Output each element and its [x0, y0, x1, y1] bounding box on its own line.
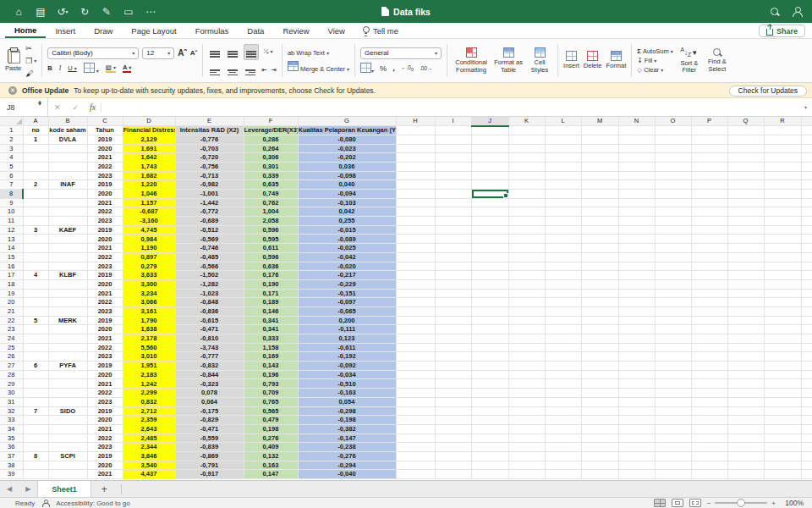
cancel-entry-icon[interactable]: ✕: [48, 103, 67, 112]
cell-J6[interactable]: [471, 171, 508, 180]
cell-O32[interactable]: [655, 406, 691, 416]
cell-N11[interactable]: [618, 217, 655, 226]
cell-Q36[interactable]: [727, 443, 764, 452]
cell-H32[interactable]: [396, 406, 435, 416]
cell-L16[interactable]: [545, 262, 581, 271]
tab-page-layout[interactable]: Page Layout: [122, 23, 185, 38]
cell-K15[interactable]: [508, 252, 545, 262]
cell-H9[interactable]: [396, 198, 435, 207]
cell-F39[interactable]: 0,147: [244, 470, 298, 479]
cell-G12[interactable]: -0,015: [298, 225, 396, 235]
cell-H4[interactable]: [396, 153, 435, 163]
cell-N23[interactable]: [618, 325, 655, 334]
cell-P24[interactable]: [691, 334, 727, 344]
cell-C26[interactable]: 2023: [87, 352, 123, 362]
cell-I37[interactable]: [435, 451, 471, 461]
cell-R16[interactable]: [764, 262, 801, 271]
cell-R15[interactable]: [764, 252, 801, 262]
cell-O19[interactable]: [655, 289, 691, 298]
cell-N2[interactable]: [618, 135, 655, 144]
cell-L5[interactable]: [545, 162, 581, 171]
cell-P14[interactable]: [691, 244, 727, 253]
cell-P5[interactable]: [691, 162, 727, 171]
cell-R5[interactable]: [764, 162, 801, 171]
orientation-button[interactable]: ⤯ ▾: [263, 47, 272, 56]
cell-A33[interactable]: [23, 416, 48, 425]
cell-A8[interactable]: [23, 190, 48, 199]
cell-P32[interactable]: [691, 406, 727, 416]
cell-L27[interactable]: [545, 362, 581, 371]
cell-F19[interactable]: 0,171: [244, 289, 298, 298]
cell-A27[interactable]: 6: [23, 362, 48, 371]
column-header-J[interactable]: J: [471, 117, 508, 126]
cell-M28[interactable]: [581, 370, 618, 379]
cell-O22[interactable]: [655, 316, 691, 325]
cell-G4[interactable]: -0,202: [298, 153, 396, 163]
column-header-E[interactable]: E: [175, 117, 244, 126]
cell-D21[interactable]: 3,161: [123, 306, 175, 316]
cell-M25[interactable]: [581, 343, 618, 352]
cell-L23[interactable]: [545, 325, 581, 334]
cell-P27[interactable]: [691, 362, 727, 371]
cell-B4[interactable]: [48, 153, 87, 163]
align-bottom-button[interactable]: [244, 44, 259, 60]
cell-P39[interactable]: [691, 470, 727, 479]
cell-C13[interactable]: 2020: [87, 235, 123, 244]
cell-F11[interactable]: 2,058: [244, 217, 298, 226]
new-document-icon[interactable]: ▭: [122, 5, 135, 19]
cell-O29[interactable]: [655, 379, 691, 389]
cell-L2[interactable]: [545, 135, 581, 144]
cell-J37[interactable]: [471, 451, 508, 461]
cell-N31[interactable]: [618, 397, 655, 406]
row-header-9[interactable]: 9: [0, 198, 23, 207]
cell-D31[interactable]: 0,832: [123, 397, 175, 406]
cell-L28[interactable]: [545, 370, 581, 379]
cell-H27[interactable]: [396, 362, 435, 371]
cell-G14[interactable]: -0,025: [298, 244, 396, 253]
cell-R39[interactable]: [764, 470, 801, 479]
row-header-37[interactable]: 37: [0, 451, 23, 461]
tab-review[interactable]: Review: [273, 23, 318, 38]
cell-N24[interactable]: [618, 334, 655, 344]
cell-P7[interactable]: [691, 180, 727, 190]
cell-B15[interactable]: [48, 252, 87, 262]
cell-E4[interactable]: -0,720: [175, 153, 244, 163]
cell-I24[interactable]: [435, 334, 471, 344]
cell-R12[interactable]: [764, 225, 801, 235]
cell-G36[interactable]: -0,238: [298, 443, 396, 452]
cell-G21[interactable]: -0,065: [298, 306, 396, 316]
cell-O37[interactable]: [655, 451, 691, 461]
italic-button[interactable]: I: [59, 64, 62, 72]
cell-N38[interactable]: [618, 461, 655, 470]
column-header-R[interactable]: R: [764, 117, 801, 126]
cell-L37[interactable]: [545, 451, 581, 461]
cell-C18[interactable]: 2020: [87, 279, 123, 289]
cell-E16[interactable]: -0,566: [175, 262, 244, 271]
cell-O10[interactable]: [655, 207, 691, 217]
row-header-20[interactable]: 20: [0, 298, 23, 307]
cell-O36[interactable]: [655, 443, 691, 452]
cell-J5[interactable]: [471, 162, 508, 171]
row-header-21[interactable]: 21: [0, 306, 23, 316]
cell-E34[interactable]: -0,471: [175, 424, 244, 433]
cell-H7[interactable]: [396, 180, 435, 190]
cell-P38[interactable]: [691, 461, 727, 470]
cell-L4[interactable]: [545, 153, 581, 163]
cell-L24[interactable]: [545, 334, 581, 344]
cell-C33[interactable]: 2020: [87, 416, 123, 425]
cell-A10[interactable]: [23, 207, 48, 217]
cell-I5[interactable]: [435, 162, 471, 171]
cell-L12[interactable]: [545, 225, 581, 235]
cell-Q10[interactable]: [727, 207, 764, 217]
cell-J16[interactable]: [471, 262, 508, 271]
cell-A30[interactable]: [23, 389, 48, 398]
cell-P21[interactable]: [691, 306, 727, 316]
cell-A2[interactable]: 1: [23, 135, 48, 144]
cell-C39[interactable]: 2021: [87, 470, 123, 479]
decrease-decimal-button[interactable]: .00→: [420, 65, 433, 71]
row-header-17[interactable]: 17: [0, 271, 23, 280]
cell-E18[interactable]: -1,282: [175, 279, 244, 289]
cell-G31[interactable]: 0,054: [298, 397, 396, 406]
cell-J8[interactable]: [471, 190, 508, 199]
cell-K9[interactable]: [508, 198, 545, 207]
